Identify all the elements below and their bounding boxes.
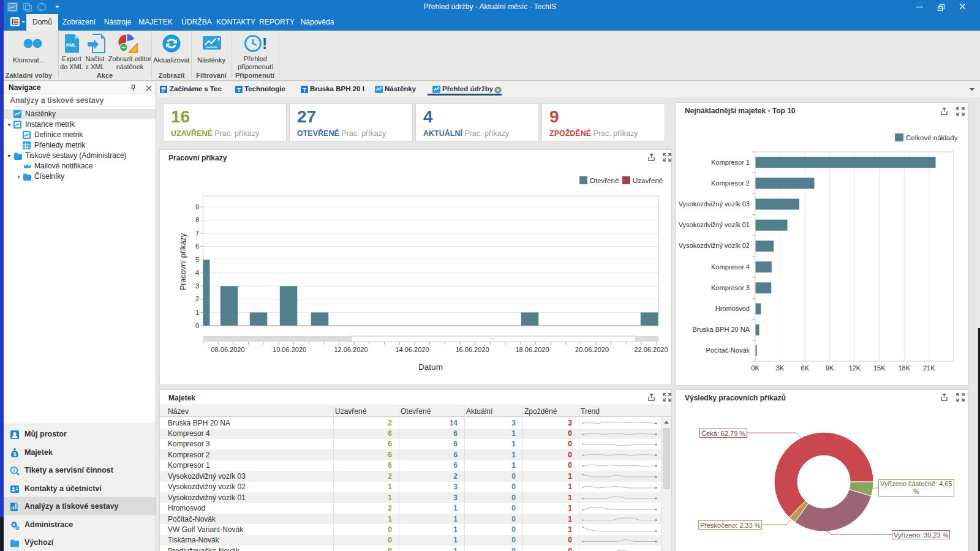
svg-text:7: 7 (195, 230, 199, 237)
svg-text:Hromosvod: Hromosvod (715, 305, 750, 312)
svg-text:Kompresor 1: Kompresor 1 (711, 159, 750, 166)
svg-text:2: 2 (195, 295, 199, 302)
svg-text:0K: 0K (751, 364, 760, 372)
svg-text:Počítač-Novák: Počítač-Novák (706, 347, 750, 354)
svg-text:Pracovní příkazy: Pracovní příkazy (179, 233, 187, 290)
svg-text:21K: 21K (923, 364, 935, 372)
svg-text:22.06.2020: 22.06.2020 (634, 346, 668, 353)
svg-text:0: 0 (195, 322, 199, 329)
svg-text:20.06.2020: 20.06.2020 (575, 346, 609, 353)
svg-text:15K: 15K (873, 364, 886, 372)
svg-text:T: T (303, 87, 306, 93)
svg-text:XML: XML (66, 42, 77, 48)
svg-text:12.06.2020: 12.06.2020 (334, 346, 368, 353)
svg-text:4: 4 (195, 269, 199, 276)
svg-text:10.06.2020: 10.06.2020 (273, 346, 306, 353)
svg-text:9K: 9K (826, 364, 834, 372)
svg-text:5: 5 (195, 256, 199, 263)
svg-text:Datum: Datum (418, 362, 443, 372)
svg-text:14.06.2020: 14.06.2020 (395, 346, 429, 353)
svg-text:Vysokozdvižný vozík 01: Vysokozdvižný vozík 01 (679, 221, 750, 228)
svg-text:1: 1 (195, 309, 199, 316)
svg-text:16.06.2020: 16.06.2020 (455, 346, 489, 353)
svg-text:Uzavřené: Uzavřené (633, 177, 663, 184)
svg-text:Bruska BPH 20 NA: Bruska BPH 20 NA (692, 326, 750, 333)
svg-text:Kompresor 4: Kompresor 4 (711, 263, 750, 271)
svg-text:08.06.2020: 08.06.2020 (211, 346, 244, 353)
svg-text:T: T (237, 87, 241, 93)
svg-text:6: 6 (195, 242, 199, 250)
svg-text:18.06.2020: 18.06.2020 (515, 346, 549, 353)
svg-text:8: 8 (195, 216, 199, 223)
svg-text:12K: 12K (848, 364, 861, 372)
svg-text:Celkové náklady: Celkové náklady (906, 134, 958, 141)
svg-text:18K: 18K (899, 364, 911, 372)
svg-text:Otevřené: Otevřené (590, 177, 619, 184)
svg-text:Vysokozdvižný vozík 02: Vysokozdvižný vozík 02 (679, 242, 750, 249)
svg-text:Kompresor 3: Kompresor 3 (711, 284, 750, 291)
svg-text:Kompresor 2: Kompresor 2 (711, 179, 750, 187)
svg-text:3: 3 (195, 282, 199, 290)
svg-text:!: ! (262, 34, 266, 53)
svg-text:6K: 6K (801, 364, 809, 372)
svg-text:3K: 3K (776, 364, 785, 372)
svg-text:9: 9 (195, 203, 199, 211)
svg-text:Vysokozdvižný vozík 03: Vysokozdvižný vozík 03 (679, 200, 750, 208)
